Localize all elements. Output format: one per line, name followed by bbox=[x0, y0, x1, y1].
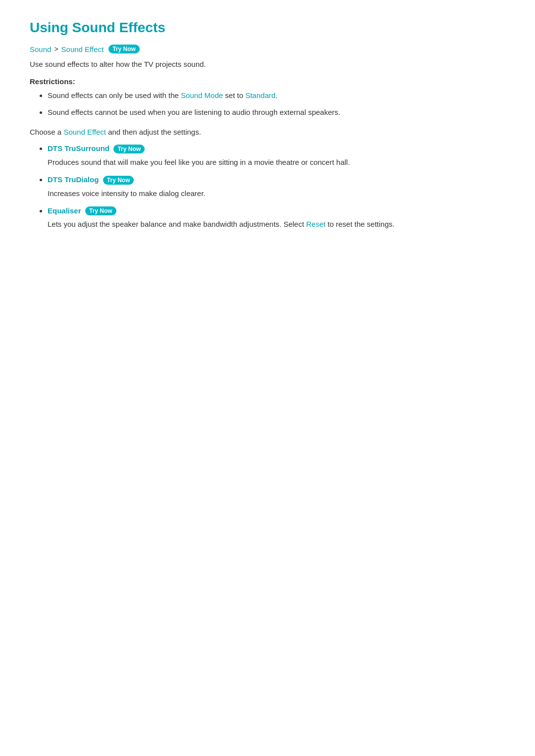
effect-item-dts-trusurround: DTS TruSurround Try Now Produces sound t… bbox=[48, 144, 505, 168]
restriction-item-1: Sound effects can only be used with the … bbox=[48, 90, 505, 101]
sound-mode-link[interactable]: Sound Mode bbox=[181, 91, 223, 100]
equaliser-try-now[interactable]: Try Now bbox=[85, 206, 116, 215]
effect-item-dts-trudialog: DTS TruDialog Try Now Increases voice in… bbox=[48, 175, 505, 200]
equaliser-title: Equaliser bbox=[48, 206, 81, 215]
equaliser-description: Lets you adjust the speaker balance and … bbox=[48, 218, 505, 230]
restriction-1-text-after: . bbox=[275, 91, 277, 100]
restrictions-list: Sound effects can only be used with the … bbox=[30, 90, 505, 118]
reset-link[interactable]: Reset bbox=[306, 220, 325, 228]
restriction-1-text-before: Sound effects can only be used with the bbox=[48, 91, 181, 100]
dts-trusurround-description: Produces sound that will make you feel l… bbox=[48, 156, 505, 168]
standard-link[interactable]: Standard bbox=[245, 91, 275, 100]
dts-trudialog-description: Increases voice intensity to make dialog… bbox=[48, 188, 505, 200]
restriction-item-2: Sound effects cannot be used when you ar… bbox=[48, 106, 505, 118]
effects-list: DTS TruSurround Try Now Produces sound t… bbox=[30, 144, 505, 230]
dts-trudialog-title: DTS TruDialog bbox=[48, 175, 99, 184]
dts-trusurround-try-now[interactable]: Try Now bbox=[113, 145, 145, 153]
breadcrumb: Sound > Sound Effect Try Now bbox=[30, 45, 505, 53]
breadcrumb-sound-effect[interactable]: Sound Effect bbox=[61, 45, 104, 53]
choose-text: Choose a Sound Effect and then adjust th… bbox=[30, 126, 505, 138]
breadcrumb-separator: > bbox=[54, 45, 58, 53]
page-title: Using Sound Effects bbox=[30, 20, 505, 36]
intro-text: Use sound effects to alter how the TV pr… bbox=[30, 58, 505, 70]
sound-effect-link[interactable]: Sound Effect bbox=[63, 128, 106, 136]
effect-item-equaliser: Equaliser Try Now Lets you adjust the sp… bbox=[48, 206, 505, 231]
choose-text-before: Choose a bbox=[30, 128, 63, 136]
dts-trusurround-title: DTS TruSurround bbox=[48, 144, 109, 152]
choose-text-after: and then adjust the settings. bbox=[106, 128, 201, 136]
equaliser-desc-before: Lets you adjust the speaker balance and … bbox=[48, 220, 306, 228]
breadcrumb-try-now-badge[interactable]: Try Now bbox=[108, 45, 140, 53]
dts-trudialog-try-now[interactable]: Try Now bbox=[103, 176, 134, 185]
breadcrumb-sound[interactable]: Sound bbox=[30, 45, 51, 53]
restrictions-label: Restrictions: bbox=[30, 77, 505, 86]
equaliser-desc-after: to reset the settings. bbox=[325, 220, 394, 228]
restriction-1-text-middle: set to bbox=[223, 91, 245, 100]
